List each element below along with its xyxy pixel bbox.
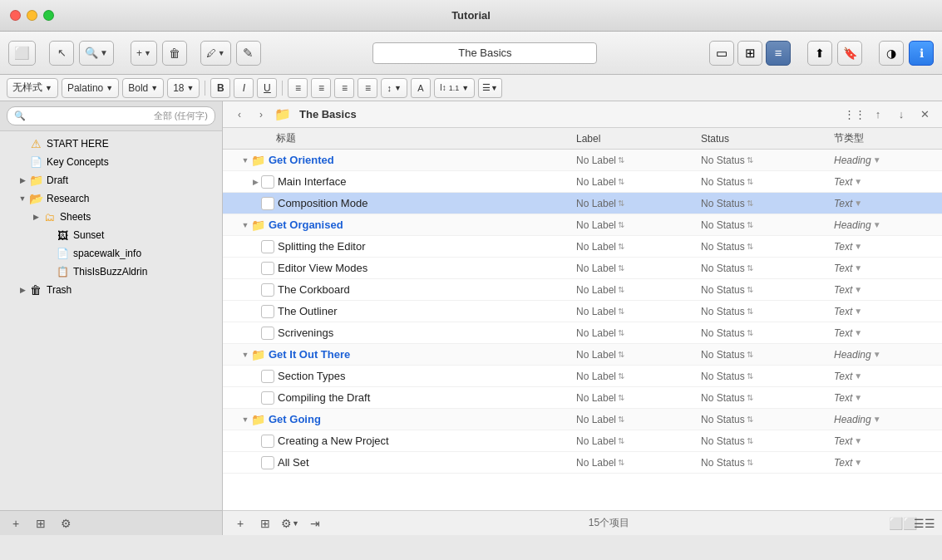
- row-checkbox[interactable]: [261, 327, 274, 340]
- status-stepper[interactable]: ⇅: [747, 242, 753, 251]
- table-row[interactable]: Editor View Modes No Label ⇅ No Status ⇅…: [223, 258, 942, 279]
- sidebar-item-trash[interactable]: ▶ 🗑 Trash: [0, 281, 222, 299]
- toggle-icon[interactable]: ▶: [249, 176, 261, 188]
- toggle-icon[interactable]: ▼: [239, 349, 251, 361]
- add-group-button[interactable]: ⊞: [32, 514, 50, 533]
- row-checkbox[interactable]: [261, 435, 274, 448]
- row-checkbox[interactable]: [261, 262, 274, 275]
- row-checkbox[interactable]: [261, 391, 274, 405]
- type-chevron-icon[interactable]: ▼: [854, 285, 862, 294]
- label-stepper[interactable]: ⇅: [618, 350, 624, 359]
- info-button[interactable]: ℹ: [909, 41, 934, 66]
- corkboard-view-button[interactable]: ⊞: [737, 41, 762, 66]
- label-stepper[interactable]: ⇅: [618, 393, 624, 402]
- sidebar-item-sheets[interactable]: ▶ 🗂 Sheets: [0, 208, 222, 226]
- align-right-button[interactable]: ≡: [334, 78, 354, 98]
- search-button[interactable]: 🔍▼: [79, 41, 114, 66]
- list-button[interactable]: ☰ ▼: [478, 78, 502, 98]
- bookmark-button[interactable]: 🔖: [837, 41, 862, 66]
- sidebar-item-thisisbuzz[interactable]: 📋 ThisIsBuzzAldrin: [0, 263, 222, 281]
- toggle-icon[interactable]: ▼: [239, 414, 251, 425]
- label-stepper[interactable]: ⇅: [618, 155, 624, 165]
- row-checkbox[interactable]: [261, 197, 274, 210]
- status-stepper[interactable]: ⇅: [747, 393, 753, 402]
- status-stepper[interactable]: ⇅: [747, 415, 753, 424]
- expand-all-button[interactable]: ↓: [892, 106, 910, 124]
- search-box[interactable]: 🔍 全部 (任何字): [7, 106, 215, 125]
- font-color-button[interactable]: A: [411, 78, 431, 98]
- expand-arrow-icon[interactable]: ▶: [17, 286, 28, 294]
- type-chevron-icon[interactable]: ▼: [873, 155, 881, 165]
- paragraph-style-select[interactable]: 无样式 ▼: [7, 78, 58, 98]
- font-family-select[interactable]: Palatino ▼: [62, 78, 119, 98]
- sidebar-item-sunset[interactable]: 🖼 Sunset: [0, 226, 222, 244]
- type-chevron-icon[interactable]: ▼: [854, 458, 862, 467]
- row-checkbox[interactable]: [261, 305, 274, 318]
- sidebar-item-key-concepts[interactable]: 📄 Key Concepts: [0, 153, 222, 171]
- table-row[interactable]: The Outliner No Label ⇅ No Status ⇅ Text…: [223, 301, 942, 322]
- forward-button[interactable]: ›: [253, 106, 269, 123]
- back-button[interactable]: ‹: [231, 106, 248, 123]
- search-input[interactable]: [29, 111, 150, 122]
- toggle-icon[interactable]: ▼: [239, 219, 251, 231]
- status-stepper[interactable]: ⇅: [747, 220, 753, 229]
- table-row[interactable]: Compiling the Draft No Label ⇅ No Status…: [223, 387, 942, 409]
- label-stepper[interactable]: ⇅: [618, 436, 624, 445]
- maximize-button[interactable]: [43, 10, 54, 21]
- status-stepper[interactable]: ⇅: [747, 199, 753, 208]
- type-chevron-icon[interactable]: ▼: [854, 393, 862, 402]
- sidebar-item-research[interactable]: ▼ 📂 Research: [0, 189, 222, 208]
- sidebar-item-spacewalk[interactable]: 📄 spacewalk_info: [0, 244, 222, 263]
- split-view-button[interactable]: ⬜⬜: [894, 514, 912, 533]
- font-size-select[interactable]: 18 ▼: [167, 78, 200, 98]
- type-chevron-icon[interactable]: ▼: [873, 220, 881, 229]
- label-stepper[interactable]: ⇅: [618, 242, 624, 251]
- align-justify-button[interactable]: ≡: [358, 78, 377, 98]
- status-stepper[interactable]: ⇅: [747, 263, 753, 273]
- close-button[interactable]: [10, 10, 21, 21]
- settings-row-button[interactable]: ⚙ ▼: [281, 514, 299, 533]
- share-button[interactable]: ⬆: [807, 41, 832, 66]
- align-center-button[interactable]: ≡: [311, 78, 331, 98]
- table-row[interactable]: The Corkboard No Label ⇅ No Status ⇅ Tex…: [223, 279, 942, 301]
- label-stepper[interactable]: ⇅: [618, 199, 624, 208]
- format-button[interactable]: 🖊 ▼: [200, 41, 231, 66]
- table-row[interactable]: ▼ 📁 Get It Out There No Label ⇅ No Statu…: [223, 344, 942, 366]
- edit-button[interactable]: ✎: [236, 41, 261, 66]
- table-row[interactable]: Creating a New Project No Label ⇅ No Sta…: [223, 430, 942, 452]
- row-checkbox[interactable]: [261, 370, 274, 383]
- label-stepper[interactable]: ⇅: [618, 371, 624, 381]
- type-chevron-icon[interactable]: ▼: [854, 307, 862, 316]
- table-row[interactable]: ▼ 📁 Get Organised No Label ⇅ No Status ⇅…: [223, 214, 942, 236]
- font-weight-select[interactable]: Bold ▼: [122, 78, 164, 98]
- table-row[interactable]: Splitting the Editor No Label ⇅ No Statu…: [223, 236, 942, 258]
- status-stepper[interactable]: ⇅: [747, 285, 753, 294]
- expand-arrow-icon[interactable]: ▼: [17, 194, 28, 203]
- status-stepper[interactable]: ⇅: [747, 458, 753, 467]
- collapse-all-button[interactable]: ↑: [869, 106, 887, 124]
- label-stepper[interactable]: ⇅: [618, 415, 624, 424]
- status-stepper[interactable]: ⇅: [747, 177, 753, 186]
- columns-icon[interactable]: ⋮⋮: [846, 106, 864, 124]
- settings-button[interactable]: ⚙: [57, 514, 75, 533]
- type-chevron-icon[interactable]: ▼: [854, 199, 862, 208]
- align-left-button[interactable]: ≡: [288, 78, 308, 98]
- add-item-button[interactable]: +: [7, 514, 25, 533]
- add-button[interactable]: + ▼: [131, 41, 157, 66]
- trash-button[interactable]: 🗑: [162, 41, 187, 66]
- row-checkbox[interactable]: [261, 283, 274, 297]
- type-chevron-icon[interactable]: ▼: [854, 263, 862, 273]
- status-stepper[interactable]: ⇅: [747, 350, 753, 359]
- label-stepper[interactable]: ⇅: [618, 328, 624, 337]
- type-chevron-icon[interactable]: ▼: [854, 177, 862, 186]
- type-chevron-icon[interactable]: ▼: [873, 350, 881, 359]
- close-panel-button[interactable]: ✕: [915, 106, 934, 124]
- row-checkbox[interactable]: [261, 456, 274, 469]
- appearance-button[interactable]: ◑: [879, 41, 904, 66]
- table-row[interactable]: Scrivenings No Label ⇅ No Status ⇅ Text …: [223, 322, 942, 344]
- tag-button[interactable]: ⇥: [306, 514, 324, 533]
- list-view-button[interactable]: ☰☰: [915, 514, 934, 533]
- toggle-icon[interactable]: ▼: [239, 155, 251, 166]
- status-stepper[interactable]: ⇅: [747, 436, 753, 445]
- line-spacing-select[interactable]: ↕ ▼: [381, 78, 407, 98]
